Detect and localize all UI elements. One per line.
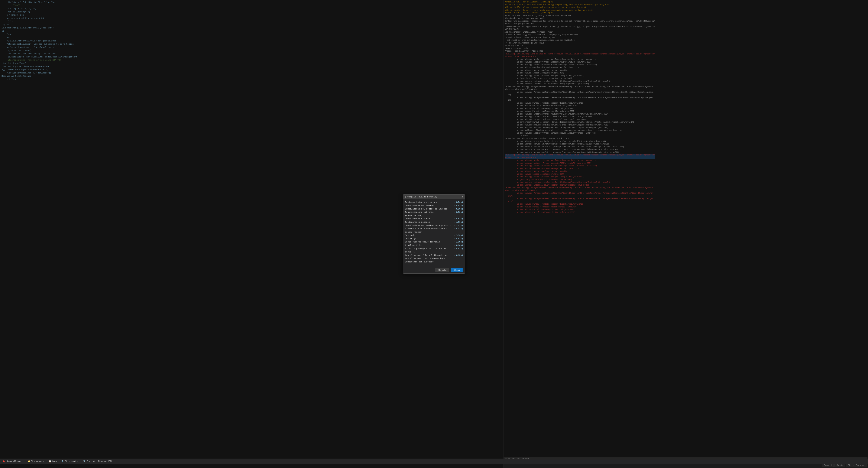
cancel-button[interactable]: Cancella [435, 268, 449, 272]
progress-item: Ricerca librerie che necessitano di esse… [405, 227, 463, 234]
modal-body: Building folders structure.(0.06s)Compil… [403, 199, 465, 265]
progress-item-label: Compilazione del codice. [405, 204, 435, 208]
toolbar-btn-4[interactable]: 🔍 Cerca tutti i Riferimenti (F7) [82, 460, 114, 463]
progress-item: Organizzazione Librerie.(0.00s) [405, 211, 463, 214]
progress-item: Copia risorse delle librerie(1.89s) [405, 241, 463, 244]
progress-item-label: Dex code [405, 234, 415, 237]
progress-item-value: (0.02s) [453, 204, 463, 208]
progress-item-value: (0.02s) [453, 227, 463, 234]
progress-item-value: (0.06s) [453, 201, 463, 204]
progress-item-value: (1.39s) [453, 221, 463, 224]
progress-item-value [462, 214, 463, 217]
toolbar-divider [46, 460, 46, 463]
progress-item: Installazione tramite B4A-Bridge. [405, 257, 463, 260]
progress-item-label: ZipAlign file. [405, 244, 422, 247]
modal-icon: ⚙ [405, 196, 406, 198]
progress-item-value: (5.51s) [453, 237, 463, 241]
modal-title: Compila (Build: Default) [407, 196, 437, 198]
progress-item: (AndroidX SDK) [405, 214, 463, 217]
progress-item-value [462, 260, 463, 264]
progress-item-value: (0.06s) [453, 244, 463, 247]
toolbar-btn-0[interactable]: 🔖 Libraries Manager [1, 460, 24, 463]
progress-item-label: Firmo il package file ( chiave di debug … [405, 247, 453, 254]
progress-item-label: Copia risorse delle librerie [405, 241, 440, 244]
progress-item-label: Compilazione risorse [405, 217, 430, 221]
progress-item-label: Completato con successo. [405, 260, 435, 264]
toolbar-divider [59, 460, 59, 463]
progress-item-value: (0.82s) [453, 247, 463, 254]
modal-footer: Cancella Chiudi [403, 267, 465, 273]
progress-item: Completato con successo. [405, 260, 463, 264]
modal-close-x-button[interactable]: × [462, 195, 463, 198]
progress-list: Building folders structure.(0.06s)Compil… [405, 201, 463, 263]
progress-item-label: Building folders structure. [405, 201, 438, 204]
bottom-toolbar: 🔖 Libraries Manager📁 Files Manager📋 Logs… [0, 459, 868, 464]
progress-item: Firmo il package file ( chiave di debug … [405, 247, 463, 254]
progress-item-label: Compilazione del codice di layouts [405, 208, 447, 211]
progress-item: Building folders structure.(0.06s) [405, 201, 463, 204]
progress-item-label: Dex merge [405, 237, 416, 241]
toolbar-btn-1[interactable]: 📁 Files Manager [26, 460, 45, 463]
progress-item: Installazione file sul dispositivo.(0.05… [405, 254, 463, 257]
close-button[interactable]: Chiudi [451, 268, 463, 272]
progress-item-label: Installazione tramite B4A-Bridge. [405, 257, 446, 260]
progress-item-value: (0.00s) [453, 211, 463, 214]
progress-item: Compilazione del codice.(0.02s) [405, 204, 463, 208]
progress-item-value: (0.00s) [453, 208, 463, 211]
progress-item-label: Ricerca librerie che necessitano di esse… [405, 227, 453, 234]
toolbar-divider [81, 460, 81, 463]
progress-item-value: (1.22s) [453, 224, 463, 227]
progress-item-label: Compilazione del codice Java prodotto. [405, 224, 452, 227]
progress-item-label: Collegamento risorse [405, 221, 430, 224]
progress-item: Collegamento risorse(1.39s) [405, 221, 463, 224]
progress-item: Compilazione del codice di layouts(0.00s… [405, 208, 463, 211]
progress-item-value: (2.53s) [453, 234, 463, 237]
progress-item-value [462, 257, 463, 260]
modal-title-left: ⚙ Compila (Build: Default) [405, 196, 437, 198]
progress-item: Dex code(2.53s) [405, 234, 463, 237]
progress-item-value: (1.89s) [453, 241, 463, 244]
compile-modal: ⚙ Compila (Build: Default) × Building fo… [403, 194, 465, 273]
modal-overlay: ⚙ Compila (Build: Default) × Building fo… [0, 0, 868, 468]
progress-item: Compilazione risorse(0.51s) [405, 217, 463, 221]
progress-item: Dex merge(5.51s) [405, 237, 463, 241]
progress-item-value: (0.51s) [453, 217, 463, 221]
progress-item: Compilazione del codice Java prodotto.(1… [405, 224, 463, 227]
toolbar-btn-3[interactable]: 🔍 Ricerca rapida [60, 460, 80, 463]
modal-titlebar: ⚙ Compila (Build: Default) × [403, 195, 465, 199]
toolbar-btn-2[interactable]: 📋 Logs [47, 460, 58, 463]
progress-item-label: (AndroidX SDK) [405, 214, 422, 217]
progress-item-label: Installazione file sul dispositivo. [405, 254, 448, 257]
progress-item: ZipAlign file.(0.06s) [405, 244, 463, 247]
progress-item-label: Organizzazione Librerie. [405, 211, 435, 214]
progress-item-value: (0.05s) [453, 254, 463, 257]
